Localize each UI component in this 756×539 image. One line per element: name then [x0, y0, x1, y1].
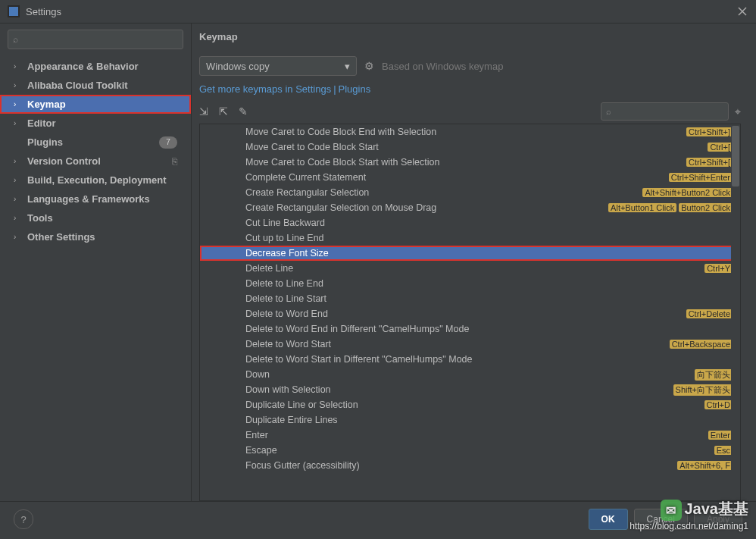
sidebar-item-label: Keymap	[27, 99, 189, 110]
action-search-input[interactable]	[614, 105, 723, 118]
chevron-down-icon: ▾	[345, 61, 350, 72]
chevron-right-icon: ›	[14, 157, 23, 165]
collapse-all-icon[interactable]: ⇱	[219, 105, 228, 118]
badge: 7	[159, 136, 177, 149]
chevron-right-icon: ›	[14, 195, 23, 203]
action-row[interactable]: Move Caret to Code Block End with Select…	[200, 124, 740, 139]
close-icon[interactable]	[736, 5, 748, 17]
shortcut-badge: Ctrl+Shift+[	[686, 158, 733, 167]
action-row[interactable]: Delete to Word End in Different "CamelHu…	[200, 321, 740, 337]
chevron-right-icon: ›	[14, 176, 23, 184]
action-row[interactable]: Delete to Word Start in Different "Camel…	[200, 352, 740, 367]
toolbar-right: ⌕ ⌖	[601, 102, 741, 121]
action-name: Create Rectangular Selection on Mouse Dr…	[245, 202, 606, 213]
shortcut-badge: 向下箭头	[695, 369, 733, 381]
action-row[interactable]: Focus Gutter (accessibility)Alt+Shift+6,…	[200, 458, 740, 473]
sidebar-search-input[interactable]	[21, 33, 178, 45]
keymap-dropdown-value: Windows copy	[206, 61, 270, 72]
action-row[interactable]: Duplicate Entire Lines	[200, 412, 740, 428]
shortcut-badge: Enter	[708, 431, 733, 440]
ok-button[interactable]: OK	[589, 509, 628, 530]
action-name: Delete to Word Start in Different "Camel…	[245, 354, 733, 365]
action-row[interactable]: Move Caret to Code Block Start with Sele…	[200, 155, 740, 170]
action-row[interactable]: Duplicate Line or SelectionCtrl+D	[200, 397, 740, 412]
sidebar-search[interactable]: ⌕	[8, 30, 183, 49]
help-button[interactable]: ?	[14, 509, 33, 529]
settings-tree: ›Appearance & Behavior›Alibaba Cloud Too…	[8, 57, 183, 246]
action-row[interactable]: Create Rectangular Selection on Mouse Dr…	[200, 200, 740, 215]
sidebar-item-label: Build, Execution, Deployment	[27, 174, 183, 186]
action-row[interactable]: Down with SelectionShift+向下箭头	[200, 382, 740, 397]
action-row[interactable]: Create Rectangular SelectionAlt+Shift+Bu…	[200, 185, 740, 200]
action-row[interactable]: Cut Line Backward	[200, 215, 740, 230]
sidebar-item-label: Version Control	[27, 155, 172, 167]
action-row[interactable]: Delete to Line Start	[200, 291, 740, 306]
sidebar: ⌕ ›Appearance & Behavior›Alibaba Cloud T…	[0, 24, 192, 501]
action-row[interactable]: EnterEnter	[200, 428, 740, 443]
gear-icon[interactable]: ⚙	[364, 60, 374, 72]
action-row[interactable]: Decrease Font Size	[200, 246, 740, 261]
sidebar-item-alibaba-cloud-toolkit[interactable]: ›Alibaba Cloud Toolkit	[8, 76, 183, 95]
apply-button[interactable]: Apply	[694, 509, 742, 530]
find-shortcut-icon[interactable]: ⌖	[735, 105, 741, 118]
action-name: Enter	[245, 430, 706, 440]
action-name: Delete to Word Start	[245, 339, 667, 349]
footer-buttons: OK Cancel Apply	[589, 509, 742, 530]
action-name: Complete Current Statement	[245, 172, 667, 183]
sidebar-item-label: Plugins	[27, 136, 159, 148]
action-name: Create Rectangular Selection	[245, 187, 640, 198]
action-search[interactable]: ⌕	[601, 102, 729, 121]
action-row[interactable]: Down向下箭头	[200, 367, 740, 382]
action-row[interactable]: Delete to Line End	[200, 276, 740, 291]
titlebar: Settings	[0, 0, 756, 24]
sidebar-item-other-settings[interactable]: ›Other Settings	[8, 227, 183, 246]
keymap-chooser-row: Windows copy ▾ ⚙ Based on Windows keymap	[199, 56, 741, 76]
shortcut-badge: Ctrl+D	[704, 400, 733, 409]
settings-window: Settings ⌕ ›Appearance & Behavior›Alibab…	[0, 0, 756, 539]
action-name: Delete to Line End	[245, 278, 733, 289]
toolbar-left: ⇲ ⇱ ✎	[199, 105, 248, 118]
sidebar-item-tools[interactable]: ›Tools	[8, 208, 183, 227]
keymap-dropdown[interactable]: Windows copy ▾	[199, 56, 357, 76]
expand-all-icon[interactable]: ⇲	[199, 105, 208, 118]
based-on-text: Based on Windows keymap	[382, 61, 503, 72]
scrollbar-thumb[interactable]	[732, 126, 739, 186]
action-row[interactable]: Complete Current StatementCtrl+Shift+Ent…	[200, 170, 740, 185]
cancel-button[interactable]: Cancel	[634, 509, 688, 530]
sidebar-item-editor[interactable]: ›Editor	[8, 114, 183, 133]
shortcut-badge: Alt+Shift+Button2 Click	[642, 188, 733, 197]
shortcut-badge: Ctrl+Delete	[686, 309, 733, 318]
action-row[interactable]: Move Caret to Code Block StartCtrl+[	[200, 139, 740, 155]
sidebar-item-languages-frameworks[interactable]: ›Languages & Frameworks	[8, 190, 183, 208]
shortcut-badge: Alt+Button1 Click	[608, 203, 676, 212]
sidebar-item-appearance-behavior[interactable]: ›Appearance & Behavior	[8, 57, 183, 76]
action-row[interactable]: Delete to Word StartCtrl+Backspace	[200, 337, 740, 352]
action-name: Escape	[245, 445, 712, 456]
sidebar-item-keymap[interactable]: ›Keymap	[0, 95, 191, 114]
scrollbar[interactable]	[731, 124, 740, 500]
action-row[interactable]: Delete to Word EndCtrl+Delete	[200, 306, 740, 321]
shortcut-badge: Button2 Click	[679, 203, 733, 212]
action-panel: Move Caret to Code Block End with Select…	[199, 124, 741, 501]
chevron-right-icon: ›	[14, 100, 23, 108]
sidebar-item-label: Editor	[27, 118, 183, 129]
sidebar-item-label: Alibaba Cloud Toolkit	[27, 80, 183, 91]
action-name: Delete to Word End	[245, 309, 684, 319]
sidebar-item-label: Appearance & Behavior	[27, 61, 183, 72]
keymap-toolbar: ⇲ ⇱ ✎ ⌕ ⌖	[199, 102, 741, 121]
sidebar-item-version-control[interactable]: ›Version Control⎘	[8, 152, 183, 171]
action-row[interactable]: Cut up to Line End	[200, 230, 740, 246]
shortcut-badge: Ctrl+Y	[704, 264, 733, 273]
app-icon	[8, 5, 20, 17]
action-name: Down with Selection	[245, 384, 671, 395]
sidebar-item-build-execution-deployment[interactable]: ›Build, Execution, Deployment	[8, 171, 183, 190]
shortcut-badge: Ctrl+[	[708, 143, 733, 152]
sidebar-item-label: Other Settings	[27, 231, 183, 243]
link-get-keymaps[interactable]: Get more keymaps in Settings	[199, 83, 331, 95]
sidebar-item-plugins[interactable]: Plugins7	[8, 133, 183, 152]
action-row[interactable]: EscapeEsc	[200, 443, 740, 458]
action-name: Delete Line	[245, 263, 702, 274]
edit-icon[interactable]: ✎	[239, 105, 248, 118]
link-plugins[interactable]: Plugins	[339, 83, 371, 95]
action-row[interactable]: Delete LineCtrl+Y	[200, 261, 740, 276]
